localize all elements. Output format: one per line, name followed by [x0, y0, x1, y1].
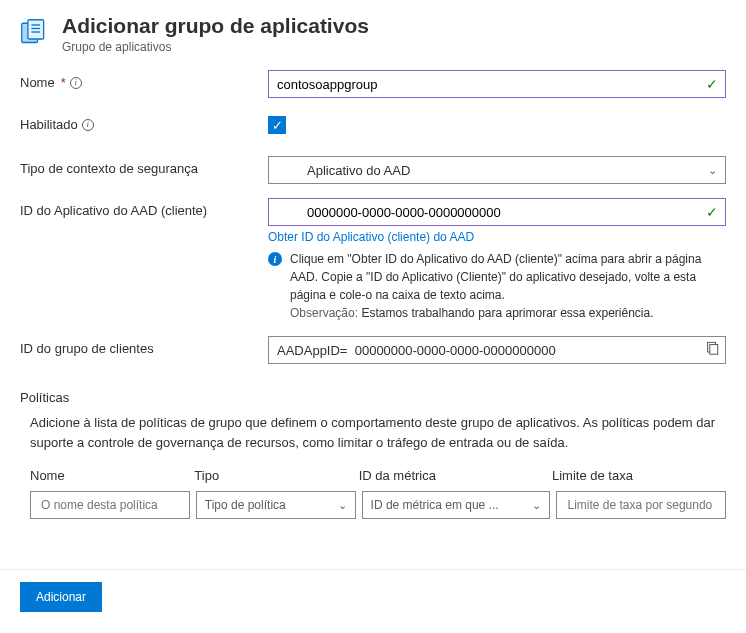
get-aad-id-link[interactable]: Obter ID do Aplicativo (cliente) do AAD — [268, 230, 474, 244]
app-group-icon — [20, 18, 48, 46]
policy-col-metric: ID da métrica — [359, 468, 552, 483]
policies-description: Adicione à lista de políticas de grupo q… — [20, 413, 726, 452]
svg-rect-6 — [710, 345, 718, 355]
observation-text: Estamos trabalhando para aprimorar essa … — [361, 306, 653, 320]
policy-col-name: Nome — [30, 468, 194, 483]
policy-col-rate: Limite de taxa — [552, 468, 726, 483]
info-icon[interactable]: i — [82, 119, 94, 131]
client-group-id-label: ID do grupo de clientes — [20, 336, 268, 356]
add-button[interactable]: Adicionar — [20, 582, 102, 612]
aad-app-id-input[interactable] — [268, 198, 726, 226]
panel-header: Adicionar grupo de aplicativos Grupo de … — [0, 0, 746, 62]
chevron-down-icon: ⌄ — [708, 164, 717, 177]
page-title: Adicionar grupo de aplicativos — [62, 14, 369, 38]
chevron-down-icon: ⌄ — [532, 499, 541, 512]
aad-app-id-label: ID do Aplicativo do AAD (cliente) — [20, 198, 268, 218]
policy-name-input[interactable] — [30, 491, 190, 519]
check-icon: ✓ — [706, 76, 718, 92]
copy-icon[interactable] — [705, 342, 719, 359]
info-callout: i Clique em "Obter ID do Aplicativo do A… — [268, 250, 726, 322]
policy-col-type: Tipo — [194, 468, 358, 483]
check-icon: ✓ — [706, 204, 718, 220]
name-input[interactable] — [268, 70, 726, 98]
context-type-value: Aplicativo do AAD — [307, 163, 410, 178]
policy-metric-select[interactable]: ID de métrica em que ...⌄ — [362, 491, 551, 519]
enabled-checkbox[interactable]: ✓ — [268, 116, 286, 134]
info-icon: i — [268, 252, 282, 266]
chevron-down-icon: ⌄ — [338, 499, 347, 512]
page-subtitle: Grupo de aplicativos — [62, 40, 369, 54]
name-label: Nome* i — [20, 70, 268, 90]
policy-type-select[interactable]: Tipo de política⌄ — [196, 491, 356, 519]
client-group-id-field: AADAppID= 00000000-0000-0000-0000000000 — [268, 336, 726, 364]
policy-rate-input[interactable] — [556, 491, 726, 519]
svg-rect-1 — [28, 20, 44, 39]
context-type-label: Tipo de contexto de segurança — [20, 156, 268, 176]
enabled-label: Habilitado i — [20, 112, 268, 132]
info-text: Clique em "Obter ID do Aplicativo do AAD… — [290, 252, 701, 302]
info-icon[interactable]: i — [70, 77, 82, 89]
policies-section-title: Políticas — [20, 390, 726, 405]
context-type-select[interactable]: Aplicativo do AAD ⌄ — [268, 156, 726, 184]
observation-label: Observação: — [290, 306, 358, 320]
footer: Adicionar — [0, 569, 746, 624]
